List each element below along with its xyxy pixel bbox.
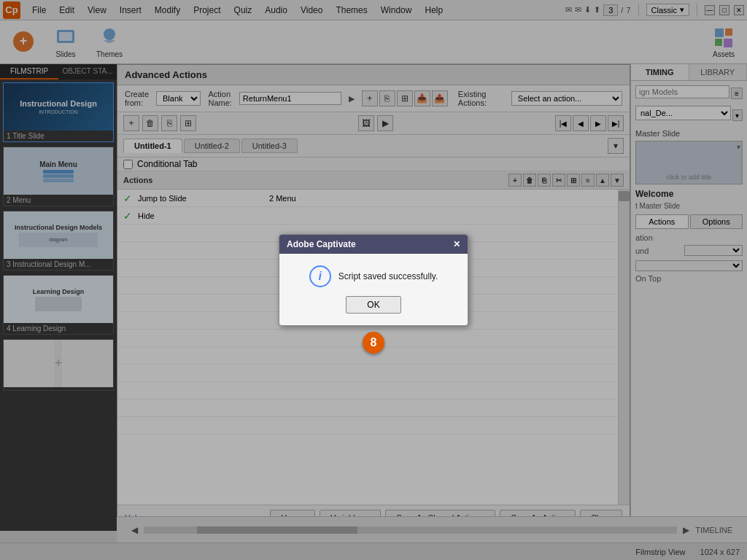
dialog-body: i Script saved successfully. OK <box>279 254 468 325</box>
dialog-ok-button[interactable]: OK <box>346 296 400 314</box>
dialog-overlay: Adobe Captivate ✕ i Script saved success… <box>0 0 747 560</box>
step-badge-8: 8 <box>363 332 384 354</box>
dialog-container: Adobe Captivate ✕ i Script saved success… <box>279 234 468 326</box>
info-icon: i <box>309 265 331 287</box>
dialog-message-row: i Script saved successfully. <box>309 265 438 287</box>
dialog-title: Adobe Captivate <box>287 239 356 249</box>
dialog-message: Script saved successfully. <box>338 271 438 281</box>
adobe-captivate-dialog: Adobe Captivate ✕ i Script saved success… <box>279 234 468 326</box>
dialog-title-bar: Adobe Captivate ✕ <box>279 235 468 254</box>
dialog-close-icon[interactable]: ✕ <box>453 239 460 249</box>
